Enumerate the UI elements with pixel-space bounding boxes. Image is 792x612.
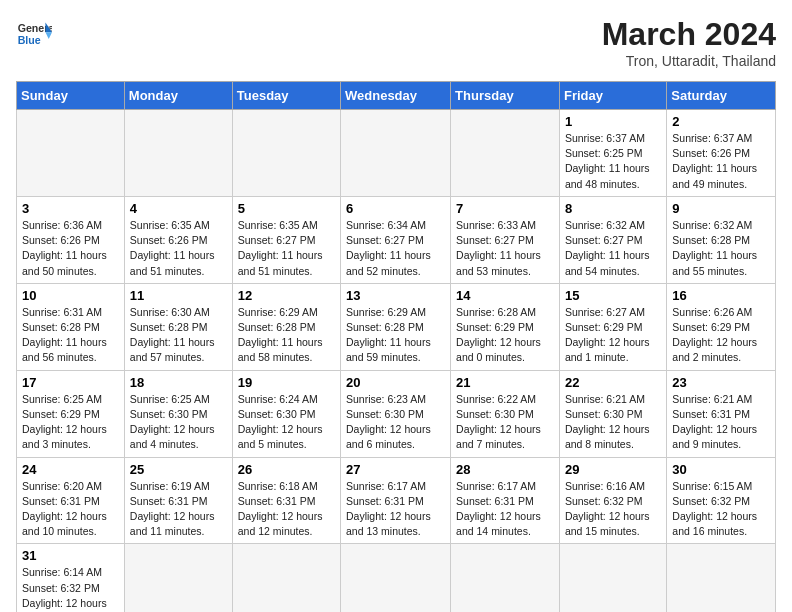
calendar-day-cell xyxy=(451,110,560,197)
calendar-day-cell: 25Sunrise: 6:19 AM Sunset: 6:31 PM Dayli… xyxy=(124,457,232,544)
day-info: Sunrise: 6:35 AM Sunset: 6:27 PM Dayligh… xyxy=(238,218,335,279)
day-info: Sunrise: 6:26 AM Sunset: 6:29 PM Dayligh… xyxy=(672,305,770,366)
day-number: 4 xyxy=(130,201,227,216)
calendar-day-header: Friday xyxy=(559,82,666,110)
calendar-day-cell: 20Sunrise: 6:23 AM Sunset: 6:30 PM Dayli… xyxy=(341,370,451,457)
calendar-day-cell: 5Sunrise: 6:35 AM Sunset: 6:27 PM Daylig… xyxy=(232,196,340,283)
day-number: 30 xyxy=(672,462,770,477)
day-number: 19 xyxy=(238,375,335,390)
day-info: Sunrise: 6:21 AM Sunset: 6:31 PM Dayligh… xyxy=(672,392,770,453)
calendar-day-cell: 4Sunrise: 6:35 AM Sunset: 6:26 PM Daylig… xyxy=(124,196,232,283)
day-number: 20 xyxy=(346,375,445,390)
day-info: Sunrise: 6:34 AM Sunset: 6:27 PM Dayligh… xyxy=(346,218,445,279)
day-number: 18 xyxy=(130,375,227,390)
day-number: 17 xyxy=(22,375,119,390)
calendar-day-cell: 8Sunrise: 6:32 AM Sunset: 6:27 PM Daylig… xyxy=(559,196,666,283)
calendar-day-cell: 13Sunrise: 6:29 AM Sunset: 6:28 PM Dayli… xyxy=(341,283,451,370)
day-info: Sunrise: 6:25 AM Sunset: 6:29 PM Dayligh… xyxy=(22,392,119,453)
calendar-day-cell: 19Sunrise: 6:24 AM Sunset: 6:30 PM Dayli… xyxy=(232,370,340,457)
calendar-day-cell: 22Sunrise: 6:21 AM Sunset: 6:30 PM Dayli… xyxy=(559,370,666,457)
calendar-day-cell: 10Sunrise: 6:31 AM Sunset: 6:28 PM Dayli… xyxy=(17,283,125,370)
calendar-day-cell: 7Sunrise: 6:33 AM Sunset: 6:27 PM Daylig… xyxy=(451,196,560,283)
calendar-day-cell: 31Sunrise: 6:14 AM Sunset: 6:32 PM Dayli… xyxy=(17,544,125,612)
calendar-day-cell xyxy=(232,110,340,197)
day-number: 15 xyxy=(565,288,661,303)
calendar-day-cell: 27Sunrise: 6:17 AM Sunset: 6:31 PM Dayli… xyxy=(341,457,451,544)
calendar-day-cell xyxy=(341,110,451,197)
day-number: 7 xyxy=(456,201,554,216)
calendar-day-cell: 3Sunrise: 6:36 AM Sunset: 6:26 PM Daylig… xyxy=(17,196,125,283)
day-number: 1 xyxy=(565,114,661,129)
day-number: 26 xyxy=(238,462,335,477)
day-number: 2 xyxy=(672,114,770,129)
day-number: 10 xyxy=(22,288,119,303)
calendar-day-cell xyxy=(124,544,232,612)
calendar-week-row: 24Sunrise: 6:20 AM Sunset: 6:31 PM Dayli… xyxy=(17,457,776,544)
day-info: Sunrise: 6:22 AM Sunset: 6:30 PM Dayligh… xyxy=(456,392,554,453)
day-number: 25 xyxy=(130,462,227,477)
day-number: 16 xyxy=(672,288,770,303)
day-number: 24 xyxy=(22,462,119,477)
day-number: 31 xyxy=(22,548,119,563)
calendar-day-cell: 29Sunrise: 6:16 AM Sunset: 6:32 PM Dayli… xyxy=(559,457,666,544)
calendar-day-cell: 6Sunrise: 6:34 AM Sunset: 6:27 PM Daylig… xyxy=(341,196,451,283)
day-number: 22 xyxy=(565,375,661,390)
day-info: Sunrise: 6:33 AM Sunset: 6:27 PM Dayligh… xyxy=(456,218,554,279)
day-info: Sunrise: 6:29 AM Sunset: 6:28 PM Dayligh… xyxy=(346,305,445,366)
day-number: 21 xyxy=(456,375,554,390)
day-info: Sunrise: 6:24 AM Sunset: 6:30 PM Dayligh… xyxy=(238,392,335,453)
day-number: 9 xyxy=(672,201,770,216)
day-info: Sunrise: 6:14 AM Sunset: 6:32 PM Dayligh… xyxy=(22,565,119,612)
calendar-week-row: 3Sunrise: 6:36 AM Sunset: 6:26 PM Daylig… xyxy=(17,196,776,283)
day-info: Sunrise: 6:30 AM Sunset: 6:28 PM Dayligh… xyxy=(130,305,227,366)
day-info: Sunrise: 6:37 AM Sunset: 6:25 PM Dayligh… xyxy=(565,131,661,192)
calendar: SundayMondayTuesdayWednesdayThursdayFrid… xyxy=(16,81,776,612)
calendar-day-cell: 11Sunrise: 6:30 AM Sunset: 6:28 PM Dayli… xyxy=(124,283,232,370)
day-number: 28 xyxy=(456,462,554,477)
day-info: Sunrise: 6:35 AM Sunset: 6:26 PM Dayligh… xyxy=(130,218,227,279)
day-number: 6 xyxy=(346,201,445,216)
calendar-day-cell: 16Sunrise: 6:26 AM Sunset: 6:29 PM Dayli… xyxy=(667,283,776,370)
calendar-day-header: Wednesday xyxy=(341,82,451,110)
calendar-day-cell xyxy=(451,544,560,612)
calendar-day-cell xyxy=(667,544,776,612)
calendar-day-header: Sunday xyxy=(17,82,125,110)
month-title: March 2024 xyxy=(602,16,776,53)
day-number: 14 xyxy=(456,288,554,303)
svg-marker-3 xyxy=(45,32,52,39)
calendar-week-row: 1Sunrise: 6:37 AM Sunset: 6:25 PM Daylig… xyxy=(17,110,776,197)
day-info: Sunrise: 6:32 AM Sunset: 6:28 PM Dayligh… xyxy=(672,218,770,279)
day-info: Sunrise: 6:36 AM Sunset: 6:26 PM Dayligh… xyxy=(22,218,119,279)
day-info: Sunrise: 6:23 AM Sunset: 6:30 PM Dayligh… xyxy=(346,392,445,453)
header: General Blue March 2024 Tron, Uttaradit,… xyxy=(16,16,776,69)
calendar-day-cell: 23Sunrise: 6:21 AM Sunset: 6:31 PM Dayli… xyxy=(667,370,776,457)
calendar-day-cell: 12Sunrise: 6:29 AM Sunset: 6:28 PM Dayli… xyxy=(232,283,340,370)
calendar-day-cell xyxy=(559,544,666,612)
day-info: Sunrise: 6:16 AM Sunset: 6:32 PM Dayligh… xyxy=(565,479,661,540)
day-info: Sunrise: 6:21 AM Sunset: 6:30 PM Dayligh… xyxy=(565,392,661,453)
calendar-week-row: 17Sunrise: 6:25 AM Sunset: 6:29 PM Dayli… xyxy=(17,370,776,457)
calendar-day-cell: 14Sunrise: 6:28 AM Sunset: 6:29 PM Dayli… xyxy=(451,283,560,370)
day-info: Sunrise: 6:27 AM Sunset: 6:29 PM Dayligh… xyxy=(565,305,661,366)
calendar-day-cell: 18Sunrise: 6:25 AM Sunset: 6:30 PM Dayli… xyxy=(124,370,232,457)
calendar-day-cell: 21Sunrise: 6:22 AM Sunset: 6:30 PM Dayli… xyxy=(451,370,560,457)
day-number: 13 xyxy=(346,288,445,303)
day-number: 12 xyxy=(238,288,335,303)
calendar-day-cell: 2Sunrise: 6:37 AM Sunset: 6:26 PM Daylig… xyxy=(667,110,776,197)
calendar-day-cell xyxy=(124,110,232,197)
calendar-day-cell: 26Sunrise: 6:18 AM Sunset: 6:31 PM Dayli… xyxy=(232,457,340,544)
calendar-day-cell: 15Sunrise: 6:27 AM Sunset: 6:29 PM Dayli… xyxy=(559,283,666,370)
day-number: 23 xyxy=(672,375,770,390)
day-number: 11 xyxy=(130,288,227,303)
day-number: 29 xyxy=(565,462,661,477)
day-info: Sunrise: 6:19 AM Sunset: 6:31 PM Dayligh… xyxy=(130,479,227,540)
calendar-day-header: Tuesday xyxy=(232,82,340,110)
calendar-day-header: Thursday xyxy=(451,82,560,110)
day-number: 8 xyxy=(565,201,661,216)
day-info: Sunrise: 6:25 AM Sunset: 6:30 PM Dayligh… xyxy=(130,392,227,453)
logo-icon: General Blue xyxy=(16,16,52,52)
calendar-day-cell: 24Sunrise: 6:20 AM Sunset: 6:31 PM Dayli… xyxy=(17,457,125,544)
day-info: Sunrise: 6:17 AM Sunset: 6:31 PM Dayligh… xyxy=(456,479,554,540)
day-number: 5 xyxy=(238,201,335,216)
title-area: March 2024 Tron, Uttaradit, Thailand xyxy=(602,16,776,69)
